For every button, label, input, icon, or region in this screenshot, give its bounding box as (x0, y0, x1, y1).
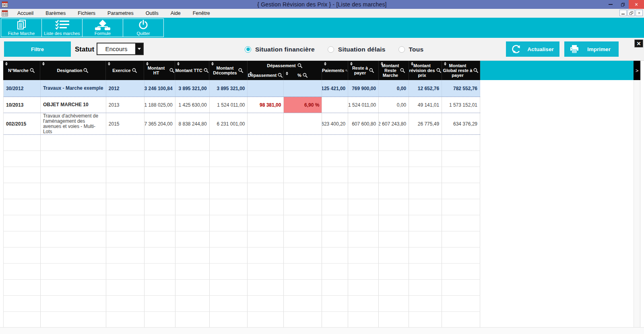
cell[interactable] (442, 151, 480, 167)
cell[interactable] (442, 280, 480, 295)
cell[interactable] (106, 215, 144, 231)
cell[interactable] (409, 199, 442, 215)
table-row[interactable] (3, 296, 480, 312)
cell[interactable] (442, 167, 480, 183)
cell[interactable]: 0,00 (379, 80, 409, 97)
search-icon[interactable] (83, 68, 89, 73)
cell[interactable]: 49 141,01 (409, 97, 442, 113)
column-header-montant-reste-marche[interactable]: Montant Reste Marche (379, 61, 409, 80)
cell[interactable] (41, 151, 106, 167)
cell[interactable] (379, 167, 409, 183)
cell[interactable] (379, 215, 409, 231)
cell[interactable] (41, 247, 106, 263)
cell[interactable] (210, 215, 248, 231)
cell[interactable] (379, 312, 409, 327)
cell[interactable]: 634 376,29 (442, 113, 480, 134)
mdi-restore-button[interactable] (627, 10, 635, 16)
search-icon[interactable] (169, 68, 175, 73)
menu-fichiers[interactable]: Fichiers (72, 9, 101, 18)
minimize-button[interactable] (605, 0, 617, 9)
menu-baremes[interactable]: Barèmes (39, 9, 72, 18)
cell[interactable] (4, 199, 41, 215)
cell[interactable] (41, 215, 106, 231)
cell[interactable] (409, 296, 442, 311)
cell[interactable]: 769 900,00 (348, 80, 379, 97)
cell[interactable]: 6 231 001,00 (210, 113, 248, 134)
search-icon[interactable] (30, 68, 35, 73)
cell[interactable] (175, 264, 210, 279)
cell[interactable] (284, 183, 322, 199)
panel-close-button[interactable]: ✕ (634, 39, 643, 47)
cell[interactable] (409, 151, 442, 167)
cell[interactable]: 8 838 244,80 (175, 113, 210, 134)
cell[interactable] (41, 135, 106, 151)
cell[interactable] (322, 280, 348, 295)
cell[interactable] (442, 247, 480, 263)
cell[interactable] (106, 199, 144, 215)
radio-situation-financiere[interactable]: Situation financière (245, 46, 315, 53)
cell[interactable] (348, 183, 379, 199)
cell[interactable] (442, 135, 480, 151)
cell[interactable] (322, 264, 348, 279)
cell[interactable] (284, 215, 322, 231)
cell[interactable] (322, 183, 348, 199)
cell[interactable] (210, 264, 248, 279)
search-icon[interactable] (369, 68, 374, 73)
formule-button[interactable]: Formule (82, 19, 123, 37)
cell[interactable]: 3 895 321,00 (210, 80, 248, 97)
menu-accueil[interactable]: Accueil (11, 9, 39, 18)
cell[interactable] (248, 80, 284, 97)
cell[interactable]: 12 652,76 (409, 80, 442, 97)
table-row[interactable] (3, 167, 480, 183)
table-row[interactable] (3, 280, 480, 296)
cell[interactable]: 10/2013 (4, 97, 41, 113)
cell[interactable] (144, 231, 175, 247)
cell[interactable] (409, 167, 442, 183)
cell[interactable] (284, 312, 322, 327)
search-icon[interactable] (400, 68, 405, 73)
cell[interactable] (284, 151, 322, 167)
fiche-marche-button[interactable]: Fiche Marche (1, 19, 42, 37)
filtre-button[interactable]: Filtre (4, 41, 71, 57)
column-header-depassement[interactable]: Dépassement (248, 70, 284, 80)
statut-dropdown[interactable]: Encours (97, 43, 144, 55)
cell[interactable] (348, 135, 379, 151)
search-icon[interactable] (297, 63, 303, 68)
cell[interactable] (248, 135, 284, 151)
cell[interactable] (41, 264, 106, 279)
cell[interactable] (248, 247, 284, 263)
cell[interactable] (175, 199, 210, 215)
table-row[interactable] (3, 247, 480, 264)
cell[interactable] (175, 135, 210, 151)
cell[interactable] (248, 296, 284, 311)
column-header-montant-revision[interactable]: Montant révision des prix (409, 61, 442, 80)
cell[interactable] (409, 183, 442, 199)
cell[interactable] (442, 183, 480, 199)
cell[interactable] (106, 312, 144, 327)
cell[interactable] (175, 231, 210, 247)
cell[interactable] (248, 151, 284, 167)
cell[interactable]: 3 246 100,84 (144, 80, 175, 97)
cell[interactable] (175, 215, 210, 231)
search-icon[interactable] (204, 68, 209, 73)
cell[interactable]: 0,00 (379, 97, 409, 113)
cell[interactable] (284, 113, 322, 134)
table-row[interactable] (3, 183, 480, 199)
cell[interactable] (106, 296, 144, 311)
cell[interactable]: 7 365 204,00 (144, 113, 175, 134)
cell[interactable] (144, 215, 175, 231)
cell[interactable] (4, 167, 41, 183)
cell[interactable] (284, 296, 322, 311)
cell[interactable] (41, 280, 106, 295)
cell[interactable] (348, 312, 379, 327)
table-row[interactable]: 10/2013OBJET MARCHE 1020131 188 025,001 … (3, 97, 480, 113)
cell[interactable]: 002/2015 (4, 113, 41, 134)
radio-situation-delais[interactable]: Situation délais (328, 46, 386, 53)
cell[interactable] (175, 167, 210, 183)
table-row[interactable] (3, 231, 480, 247)
cell[interactable] (41, 183, 106, 199)
cell[interactable] (284, 167, 322, 183)
cell[interactable]: 26 775,49 (409, 113, 442, 134)
cell[interactable]: 30/2012 (4, 80, 41, 97)
cell[interactable] (409, 264, 442, 279)
